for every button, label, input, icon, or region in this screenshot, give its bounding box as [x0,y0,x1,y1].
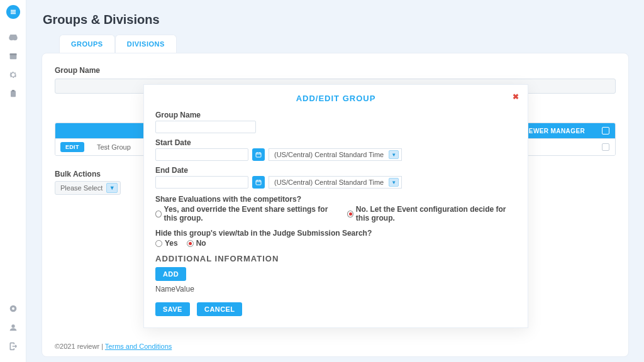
end-tz-select[interactable]: (US/Central) Central Standard Time ▼ [269,176,402,189]
close-icon[interactable]: ✖ [513,92,519,101]
start-date-input[interactable] [155,148,248,161]
chevron-down-icon: ▼ [389,178,399,187]
add-edit-group-modal: ✖ ADD/EDIT GROUP Group Name Start Date (… [143,84,528,328]
page-title: Groups & Divisions [43,13,629,27]
save-button[interactable]: SAVE [155,302,190,316]
sidebar [0,0,26,362]
help-icon[interactable] [0,299,26,318]
edit-button[interactable]: EDIT [60,142,84,152]
user-icon[interactable] [0,318,26,337]
cancel-button[interactable]: CANCEL [197,302,242,316]
start-date-label: Start Date [155,138,516,147]
tab-groups[interactable]: GROUPS [59,35,115,53]
tab-divisions[interactable]: DIVISIONS [115,35,177,53]
svg-point-8 [12,307,14,310]
name-value-row: NameValue [155,285,516,293]
chevron-down-icon: ▼ [106,183,118,193]
end-date-calendar-icon[interactable] [252,176,265,189]
footer: ©2021 reviewr | Terms and Conditions [55,337,172,350]
start-tz-select[interactable]: (US/Central) Central Standard Time ▼ [269,148,402,161]
svg-rect-11 [256,180,261,185]
svg-point-9 [11,324,14,327]
th-select-all[interactable] [596,123,615,138]
terms-link[interactable]: Terms and Conditions [105,343,172,350]
logout-icon[interactable] [0,337,26,356]
gear-icon[interactable] [0,65,26,84]
svg-rect-5 [11,90,16,97]
end-date-input[interactable] [155,176,248,189]
additional-info-heading: ADDITIONAL INFORMATION [155,254,516,263]
end-date-label: End Date [155,166,516,175]
footer-copyright: ©2021 reviewr | [55,343,105,350]
hide-yes-radio[interactable]: Yes [155,239,178,248]
hide-question: Hide this group's view/tab in the Judge … [155,229,516,238]
clipboard-icon[interactable] [0,84,26,103]
row-checkbox[interactable] [602,143,609,151]
app-logo[interactable] [6,5,20,19]
group-name-input[interactable] [155,121,256,133]
dashboard-icon[interactable] [0,28,26,47]
bulk-select-value: Please Select [60,184,103,192]
filter-label: Group Name [55,66,616,75]
group-name-label: Group Name [155,111,516,119]
share-yes-radio[interactable]: Yes, and override the Event share settin… [155,205,336,222]
calendar-icon[interactable] [0,47,26,65]
start-date-calendar-icon[interactable] [252,148,265,161]
share-question: Share Evaluations with the competitors? [155,195,516,204]
th-action [55,123,92,138]
tabs: GROUPS DIVISIONS [59,35,629,53]
add-button[interactable]: ADD [155,267,186,281]
svg-rect-2 [9,35,16,36]
svg-rect-10 [256,153,261,157]
modal-title: ADD/EDIT GROUP [155,94,516,103]
svg-rect-6 [12,90,14,92]
chevron-down-icon: ▼ [389,150,399,159]
svg-rect-4 [9,53,16,55]
share-no-radio[interactable]: No. Let the Event configuration decide f… [347,205,516,222]
hide-no-radio[interactable]: No [187,239,206,248]
bulk-select[interactable]: Please Select ▼ [55,181,121,195]
